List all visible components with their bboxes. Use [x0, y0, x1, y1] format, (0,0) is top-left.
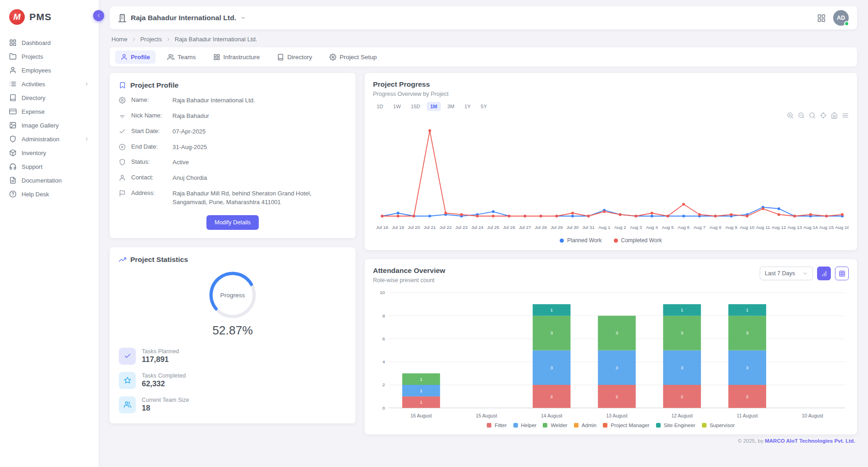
profile-field-contact: Contact: Anuj Chordia [119, 174, 346, 183]
sidebar-item-employees[interactable]: Employees [0, 63, 99, 77]
footer: © 2025, by MARCO AIoT Technologies Pvt. … [738, 438, 855, 447]
svg-text:Aug 5: Aug 5 [662, 225, 674, 230]
legend-item[interactable]: Planned Work [560, 237, 601, 244]
card-title: Project Statistics [130, 256, 188, 264]
sidebar-item-administration[interactable]: Administration [0, 132, 99, 146]
breadcrumb-home[interactable]: Home [111, 36, 128, 43]
users-icon [167, 54, 174, 61]
svg-text:Aug 6: Aug 6 [678, 225, 690, 230]
svg-text:Jul 20: Jul 20 [408, 225, 420, 230]
svg-text:Jul 18: Jul 18 [376, 225, 389, 230]
gauge-label: Progress [220, 292, 245, 299]
chart-menu-icon[interactable] [842, 112, 849, 119]
range-15d[interactable]: 15D [407, 102, 424, 111]
profile-field-address: Address: Raja Bahadur Mill Rd, behind Sh… [119, 189, 346, 207]
app-logo[interactable]: M PMS [0, 0, 99, 36]
svg-text:Aug 11: Aug 11 [756, 225, 770, 230]
box-icon [9, 149, 17, 156]
reset-home-icon[interactable] [831, 112, 838, 119]
svg-text:1: 1 [551, 307, 553, 312]
range-1d[interactable]: 1D [373, 102, 387, 111]
svg-text:Jul 19: Jul 19 [392, 225, 404, 230]
breadcrumb: Home Projects Raja Bahadur International… [111, 36, 855, 43]
pan-crosshair-icon[interactable] [820, 112, 827, 119]
sidebar-item-inventory[interactable]: Inventory [0, 146, 99, 160]
bookmark-icon [119, 82, 126, 89]
svg-text:3: 3 [746, 331, 749, 336]
chevron-right-icon [131, 37, 137, 42]
tab-profile[interactable]: Profile [115, 50, 156, 64]
range-3m[interactable]: 3M [444, 102, 458, 111]
sidebar-collapse-button[interactable] [93, 10, 104, 21]
attendance-range-select[interactable]: Last 7 Days [760, 267, 813, 280]
tab-infrastructure[interactable]: Infrastructure [208, 50, 266, 64]
stat-tasks-planned: Tasks Planned 117,891 [119, 348, 346, 365]
sidebar-item-image-gallery[interactable]: Image Gallery [0, 118, 99, 132]
legend-item[interactable]: Fitter [487, 423, 506, 428]
project-progress-line-chart[interactable]: Jul 18Jul 19Jul 20Jul 21Jul 22Jul 23Jul … [373, 119, 849, 236]
sidebar-item-dashboard[interactable]: Dashboard [0, 36, 99, 50]
table-view-button[interactable] [835, 267, 849, 280]
svg-text:Aug 2: Aug 2 [614, 225, 627, 230]
range-1y[interactable]: 1Y [461, 102, 474, 111]
zoom-in-icon[interactable] [787, 112, 794, 119]
company-link[interactable]: MARCO AIoT Technologies Pvt. Ltd. [765, 438, 855, 444]
svg-text:2: 2 [551, 394, 553, 399]
range-5y[interactable]: 5Y [477, 102, 490, 111]
svg-text:3: 3 [681, 331, 684, 336]
legend-item[interactable]: Supervisor [702, 423, 735, 428]
tab-directory[interactable]: Directory [272, 50, 317, 64]
progress-chart-legend[interactable]: Planned WorkCompleted Work [373, 237, 849, 244]
tab-bar: Profile Teams Infrastructure Directory P… [110, 47, 857, 67]
legend-item[interactable]: Welder [543, 423, 567, 428]
project-statistics-card: Project Statistics Progress 52.87% Tasks… [110, 247, 356, 423]
legend-item[interactable]: Helper [513, 423, 537, 428]
sidebar-item-label: Employees [22, 67, 51, 74]
breadcrumb-projects[interactable]: Projects [140, 36, 162, 43]
dashboard-icon [9, 39, 17, 46]
chevron-left-icon [96, 13, 101, 18]
svg-text:Aug 10: Aug 10 [740, 225, 755, 230]
bar-chart-icon [821, 270, 828, 277]
legend-item[interactable]: Project Manager [603, 423, 649, 428]
sidebar-item-projects[interactable]: Projects [0, 50, 99, 63]
zoom-out-icon[interactable] [798, 112, 805, 119]
svg-text:4: 4 [382, 359, 385, 364]
range-1w[interactable]: 1W [389, 102, 405, 111]
sidebar-item-expense[interactable]: Expense [0, 105, 99, 118]
card-title: Project Progress [373, 80, 849, 89]
sidebar-item-label: Directory [22, 95, 45, 101]
legend-item[interactable]: Site Engineer [656, 423, 696, 428]
sidebar-item-directory[interactable]: Directory [0, 91, 99, 105]
svg-text:2: 2 [382, 383, 385, 388]
tab-project-setup[interactable]: Project Setup [324, 50, 382, 64]
sidebar-item-help-desk[interactable]: Help Desk [0, 187, 99, 201]
range-1m[interactable]: 1M [427, 102, 441, 111]
apps-grid-icon[interactable] [817, 14, 826, 22]
tab-teams[interactable]: Teams [162, 50, 201, 64]
sidebar-item-documentation[interactable]: Documentation [0, 173, 99, 187]
sidebar-item-activities[interactable]: Activities [0, 77, 99, 91]
svg-text:15 August: 15 August [476, 413, 497, 418]
svg-text:Jul 31: Jul 31 [582, 225, 595, 230]
modify-details-button[interactable]: Modify Details [206, 215, 259, 230]
company-selector[interactable]: Raja Bahadur International Ltd. [118, 14, 246, 22]
sidebar-item-label: Support [22, 163, 43, 170]
legend-item[interactable]: Completed Work [614, 237, 662, 244]
sidebar-item-support[interactable]: Support [0, 160, 99, 173]
svg-text:1: 1 [420, 388, 423, 393]
progress-percentage: 52.87% [212, 323, 253, 338]
project-profile-card: Project Profile Name: Raja Bahadur Inter… [110, 73, 356, 238]
shield-icon [119, 159, 126, 166]
chevron-right-icon [84, 136, 89, 142]
avatar[interactable]: AD [833, 10, 849, 26]
sidebar: M PMS Dashboard Projects Employees Activ… [0, 0, 99, 467]
attendance-chart-legend[interactable]: FitterHelperWelderAdminProject ManagerSi… [373, 423, 849, 428]
zoom-select-icon[interactable] [809, 112, 816, 119]
chart-view-button[interactable] [817, 267, 831, 280]
svg-text:13 August: 13 August [606, 413, 628, 418]
attendance-bar-chart[interactable]: 024681011116 August15 August233114 Augus… [373, 288, 849, 422]
legend-item[interactable]: Admin [574, 423, 597, 428]
card-title: Attendance Overview [373, 267, 445, 275]
svg-text:Aug 4: Aug 4 [646, 225, 658, 230]
